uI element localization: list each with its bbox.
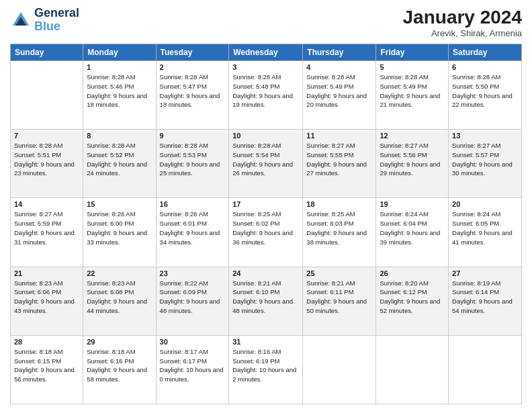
calendar-title: January 2024 — [403, 7, 522, 28]
cell-w1-d5: 12Sunrise: 8:27 AMSunset: 5:56 PMDayligh… — [376, 130, 449, 198]
day-number: 3 — [232, 63, 299, 71]
calendar-thead: SundayMondayTuesdayWednesdayThursdayFrid… — [11, 44, 522, 61]
day-number: 20 — [452, 200, 518, 208]
day-number: 26 — [380, 269, 445, 277]
cell-w2-d2: 16Sunrise: 8:26 AMSunset: 6:01 PMDayligh… — [156, 198, 229, 267]
logo-line2: Blue — [34, 20, 79, 34]
cell-w0-d1: 1Sunrise: 8:28 AMSunset: 5:46 PMDaylight… — [83, 61, 156, 130]
cell-w4-d4 — [303, 335, 376, 404]
cell-w0-d4: 4Sunrise: 8:28 AMSunset: 5:49 PMDaylight… — [303, 61, 376, 130]
col-header-saturday: Saturday — [449, 44, 522, 61]
day-number: 1 — [87, 63, 152, 71]
cell-w4-d0: 28Sunrise: 8:18 AMSunset: 6:15 PMDayligh… — [11, 335, 83, 404]
day-info: Sunrise: 8:18 AMSunset: 6:16 PMDaylight:… — [87, 347, 152, 384]
day-number: 10 — [232, 132, 299, 140]
header-row: SundayMondayTuesdayWednesdayThursdayFrid… — [11, 44, 522, 61]
logo-line1: General — [34, 7, 79, 20]
day-number: 22 — [87, 269, 152, 277]
cell-w1-d2: 9Sunrise: 8:28 AMSunset: 5:53 PMDaylight… — [156, 130, 229, 198]
day-info: Sunrise: 8:23 AMSunset: 6:06 PMDaylight:… — [14, 279, 79, 316]
day-number: 6 — [452, 63, 518, 71]
cell-w1-d6: 13Sunrise: 8:27 AMSunset: 5:57 PMDayligh… — [449, 130, 522, 198]
col-header-sunday: Sunday — [11, 44, 83, 61]
cell-w3-d0: 21Sunrise: 8:23 AMSunset: 6:06 PMDayligh… — [11, 267, 83, 335]
day-info: Sunrise: 8:26 AMSunset: 6:00 PMDaylight:… — [87, 210, 152, 246]
cell-w1-d4: 11Sunrise: 8:27 AMSunset: 5:55 PMDayligh… — [303, 130, 376, 198]
calendar-table: SundayMondayTuesdayWednesdayThursdayFrid… — [10, 44, 522, 404]
day-number: 9 — [160, 132, 226, 140]
day-number: 8 — [87, 132, 152, 140]
day-info: Sunrise: 8:24 AMSunset: 6:04 PMDaylight:… — [380, 210, 445, 246]
col-header-monday: Monday — [83, 44, 156, 61]
cell-w3-d3: 24Sunrise: 8:21 AMSunset: 6:10 PMDayligh… — [229, 267, 303, 335]
cell-w4-d6 — [449, 335, 522, 404]
day-info: Sunrise: 8:28 AMSunset: 5:50 PMDaylight:… — [452, 73, 518, 109]
cell-w3-d5: 26Sunrise: 8:20 AMSunset: 6:12 PMDayligh… — [376, 267, 449, 335]
cell-w4-d1: 29Sunrise: 8:18 AMSunset: 6:16 PMDayligh… — [83, 335, 156, 404]
col-header-tuesday: Tuesday — [156, 44, 229, 61]
cell-w2-d5: 19Sunrise: 8:24 AMSunset: 6:04 PMDayligh… — [376, 198, 449, 267]
day-info: Sunrise: 8:16 AMSunset: 6:19 PMDaylight:… — [232, 347, 299, 384]
day-number: 5 — [380, 63, 445, 71]
day-info: Sunrise: 8:28 AMSunset: 5:48 PMDaylight:… — [232, 73, 299, 109]
day-number: 14 — [14, 200, 79, 208]
cell-w2-d6: 20Sunrise: 8:24 AMSunset: 6:05 PMDayligh… — [449, 198, 522, 267]
col-header-friday: Friday — [376, 44, 449, 61]
week-row-2: 14Sunrise: 8:27 AMSunset: 5:59 PMDayligh… — [11, 198, 522, 267]
day-info: Sunrise: 8:17 AMSunset: 6:17 PMDaylight:… — [160, 347, 226, 384]
day-info: Sunrise: 8:28 AMSunset: 5:49 PMDaylight:… — [380, 73, 445, 109]
cell-w4-d2: 30Sunrise: 8:17 AMSunset: 6:17 PMDayligh… — [156, 335, 229, 404]
day-number: 24 — [232, 269, 299, 277]
cell-w1-d3: 10Sunrise: 8:28 AMSunset: 5:54 PMDayligh… — [229, 130, 303, 198]
col-header-thursday: Thursday — [303, 44, 376, 61]
cell-w3-d2: 23Sunrise: 8:22 AMSunset: 6:09 PMDayligh… — [156, 267, 229, 335]
cell-w3-d4: 25Sunrise: 8:21 AMSunset: 6:11 PMDayligh… — [303, 267, 376, 335]
day-info: Sunrise: 8:18 AMSunset: 6:15 PMDaylight:… — [14, 347, 79, 384]
cell-w0-d6: 6Sunrise: 8:28 AMSunset: 5:50 PMDaylight… — [449, 61, 522, 130]
day-info: Sunrise: 8:28 AMSunset: 5:46 PMDaylight:… — [87, 73, 152, 109]
day-info: Sunrise: 8:21 AMSunset: 6:11 PMDaylight:… — [306, 279, 372, 316]
day-info: Sunrise: 8:28 AMSunset: 5:52 PMDaylight:… — [87, 141, 152, 178]
day-number: 16 — [160, 200, 226, 208]
logo: General Blue — [10, 7, 79, 34]
cell-w2-d0: 14Sunrise: 8:27 AMSunset: 5:59 PMDayligh… — [11, 198, 83, 267]
day-info: Sunrise: 8:28 AMSunset: 5:54 PMDaylight:… — [232, 141, 299, 178]
day-info: Sunrise: 8:19 AMSunset: 6:14 PMDaylight:… — [452, 279, 518, 316]
day-info: Sunrise: 8:28 AMSunset: 5:47 PMDaylight:… — [160, 73, 226, 109]
day-info: Sunrise: 8:23 AMSunset: 6:08 PMDaylight:… — [87, 279, 152, 316]
day-number: 25 — [306, 269, 372, 277]
day-number: 2 — [160, 63, 226, 71]
day-number: 29 — [87, 338, 152, 346]
day-number: 15 — [87, 200, 152, 208]
week-row-1: 7Sunrise: 8:28 AMSunset: 5:51 PMDaylight… — [11, 130, 522, 198]
day-number: 18 — [306, 200, 372, 208]
day-number: 30 — [160, 338, 226, 346]
day-number: 27 — [452, 269, 518, 277]
cell-w0-d0 — [11, 61, 83, 130]
cell-w0-d5: 5Sunrise: 8:28 AMSunset: 5:49 PMDaylight… — [376, 61, 449, 130]
day-info: Sunrise: 8:28 AMSunset: 5:53 PMDaylight:… — [160, 141, 226, 178]
day-number: 12 — [380, 132, 445, 140]
week-row-0: 1Sunrise: 8:28 AMSunset: 5:46 PMDaylight… — [11, 61, 522, 130]
cell-w1-d0: 7Sunrise: 8:28 AMSunset: 5:51 PMDaylight… — [11, 130, 83, 198]
calendar-subtitle: Arevik, Shirak, Armenia — [403, 28, 522, 38]
day-number: 31 — [232, 338, 299, 346]
cell-w3-d6: 27Sunrise: 8:19 AMSunset: 6:14 PMDayligh… — [449, 267, 522, 335]
cell-w0-d2: 2Sunrise: 8:28 AMSunset: 5:47 PMDaylight… — [156, 61, 229, 130]
day-info: Sunrise: 8:27 AMSunset: 5:57 PMDaylight:… — [452, 141, 518, 178]
day-info: Sunrise: 8:28 AMSunset: 5:49 PMDaylight:… — [306, 73, 372, 109]
day-number: 19 — [380, 200, 445, 208]
cell-w2-d3: 17Sunrise: 8:25 AMSunset: 6:02 PMDayligh… — [229, 198, 303, 267]
logo-text: General Blue — [34, 7, 79, 34]
day-info: Sunrise: 8:24 AMSunset: 6:05 PMDaylight:… — [452, 210, 518, 246]
day-number: 17 — [232, 200, 299, 208]
title-block: January 2024 Arevik, Shirak, Armenia — [403, 7, 522, 38]
cell-w2-d1: 15Sunrise: 8:26 AMSunset: 6:00 PMDayligh… — [83, 198, 156, 267]
logo-icon — [10, 9, 32, 31]
day-info: Sunrise: 8:28 AMSunset: 5:51 PMDaylight:… — [14, 141, 79, 178]
cell-w1-d1: 8Sunrise: 8:28 AMSunset: 5:52 PMDaylight… — [83, 130, 156, 198]
day-info: Sunrise: 8:21 AMSunset: 6:10 PMDaylight:… — [232, 279, 299, 316]
week-row-4: 28Sunrise: 8:18 AMSunset: 6:15 PMDayligh… — [11, 335, 522, 404]
day-info: Sunrise: 8:22 AMSunset: 6:09 PMDaylight:… — [160, 279, 226, 316]
day-info: Sunrise: 8:25 AMSunset: 6:03 PMDaylight:… — [306, 210, 372, 246]
